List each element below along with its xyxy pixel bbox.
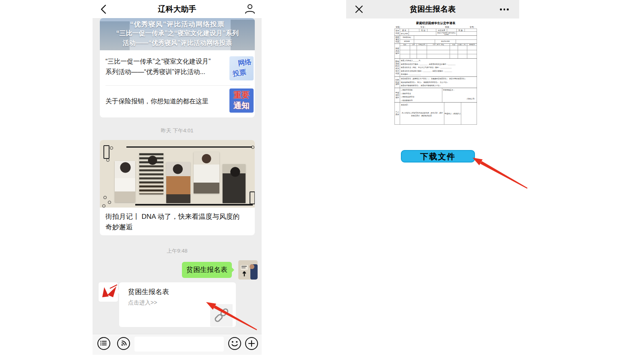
collage-deco-dot bbox=[103, 196, 107, 199]
economy-line: 家庭人均年收入______元。 bbox=[401, 59, 476, 63]
form-blank-cell bbox=[400, 46, 410, 50]
form-label: 出生年月 bbox=[436, 29, 447, 32]
user-avatar[interactable] bbox=[238, 260, 258, 280]
special-lines: 脱贫家庭学生（原建档立卡户学生）□ 边缘易致贫家庭学生□ 脱贫不稳定家庭学生□ … bbox=[400, 76, 477, 88]
economy-line: 家庭成员失去劳动能力情况：________，家庭欠债情况：________ bbox=[401, 69, 476, 73]
form-blank-cell bbox=[458, 54, 467, 59]
field-college: 学院： bbox=[396, 25, 402, 29]
form-label: 姓 名 bbox=[400, 29, 409, 32]
field-class: 班级： bbox=[445, 25, 451, 29]
thumb-vote-text1: 网络 bbox=[237, 57, 252, 68]
outgoing-message-bubble[interactable]: 贫困生报名表 bbox=[182, 262, 232, 278]
member-col: 年收入（元） bbox=[458, 43, 467, 46]
form-pledge-section: 个人承诺 承诺内容： 本人承诺以上所填写的内容真实有效，如有虚假，愿承担相应责任… bbox=[394, 103, 477, 125]
article-2-thumbnail: 重要 通知 bbox=[229, 88, 254, 113]
article-row-2[interactable]: 关于保险报销，你想知道的都在这里 重要 通知 bbox=[100, 86, 255, 117]
apply-item: □ 国家励志奖学金 bbox=[401, 95, 441, 99]
street-photo-4 bbox=[194, 152, 219, 193]
form-blank-cell bbox=[414, 35, 477, 39]
form-blank-cell bbox=[458, 46, 467, 50]
form-blank-cell bbox=[410, 46, 417, 50]
collage-title-line2: 奇妙邂逅 bbox=[105, 223, 133, 231]
menu-list-icon[interactable] bbox=[97, 337, 111, 350]
form-blank-cell bbox=[457, 32, 477, 36]
form-special-section: 特殊群体类型 脱贫家庭学生（原建档立卡户学生）□ 边缘易致贫家庭学生□ 脱贫不稳… bbox=[394, 76, 477, 88]
form-blank-cell bbox=[447, 29, 457, 32]
section-label: 特殊群体类型 bbox=[394, 76, 400, 88]
left-chat-header: 辽科大助手 bbox=[93, 0, 262, 18]
more-options-icon[interactable] bbox=[500, 8, 512, 10]
message-text-input[interactable] bbox=[134, 337, 224, 352]
form-blank-cell bbox=[414, 39, 435, 43]
form-label: 邮政编码 bbox=[400, 39, 414, 43]
form-blank-cell bbox=[427, 50, 450, 54]
form-label: 身份证号码 bbox=[400, 32, 409, 36]
form-blank-cell bbox=[467, 54, 477, 59]
collage-article-card[interactable]: 街拍月记丨 DNA 动了，快来看温度与风度的 奇妙邂逅 bbox=[100, 140, 255, 235]
collage-article-title: 街拍月记丨 DNA 动了，快来看温度与风度的 奇妙邂逅 bbox=[105, 212, 249, 232]
collage-deco-dot bbox=[106, 158, 109, 162]
thumb-notice-text2: 通知 bbox=[229, 100, 254, 111]
form-label: 民 族 bbox=[457, 29, 465, 32]
download-file-button[interactable]: 下载文件 bbox=[401, 150, 475, 162]
chat-title: 辽科大助手 bbox=[93, 0, 262, 18]
form-economy-section: 影响家庭经济状况有关信息 家庭人均年收入______元。 家庭遭受自然灾害情况：… bbox=[394, 58, 477, 77]
article-2-title: 关于保险报销，你想知道的都在这里 bbox=[105, 96, 208, 107]
plus-add-icon[interactable] bbox=[245, 337, 258, 350]
hero-title-line3: 活动——“优秀寝风”评比活动网络投票 bbox=[100, 39, 255, 47]
collage-deco-rect-left bbox=[103, 145, 109, 159]
form-label: 性 别 bbox=[419, 29, 427, 32]
collage-deco-dot bbox=[110, 146, 113, 150]
special-line: 脱贫家庭学生（原建档立卡户学生）□ 边缘易致贫家庭学生□ 脱贫不稳定家庭学生□ bbox=[401, 77, 476, 81]
hero-article-image[interactable]: “优秀寝风”评比活动网络投票 “三比一促一传承”之“寝室文化建设月”系列 活动—… bbox=[100, 18, 255, 50]
voice-input-icon[interactable] bbox=[117, 337, 130, 350]
form-blank-cell bbox=[417, 46, 427, 50]
collage-frame-line-bottom bbox=[135, 204, 253, 206]
apply-items: □ 国家助学贷款 □ 国家助学金 □ 国家励志奖学金 □ 校内困难补助 bbox=[400, 88, 442, 103]
collage-frame-line-top bbox=[126, 146, 252, 148]
section-label: 个人承诺 bbox=[394, 103, 400, 125]
form-blank-cell bbox=[464, 29, 477, 32]
special-line: 城乡低保家庭学生□ 孤儿□ 特困救助供养学生□ 烈士子女□ bbox=[401, 80, 476, 84]
form-blank-cell bbox=[400, 54, 410, 59]
section-label: 基本信息 bbox=[394, 29, 400, 35]
link-card-title: 贫困生报名表 bbox=[128, 287, 169, 296]
emoji-smiley-icon[interactable] bbox=[228, 337, 242, 350]
member-col: 与学生关系 bbox=[417, 43, 427, 46]
apply-item: □ 校内困难补助 bbox=[401, 99, 441, 102]
chain-link-icon bbox=[210, 304, 233, 327]
form-blank-cell bbox=[417, 50, 427, 54]
form-blank-cell bbox=[461, 103, 477, 125]
collage-deco-rect-right bbox=[250, 191, 255, 204]
chat-input-toolbar bbox=[93, 334, 262, 355]
form-blank-cell bbox=[450, 50, 458, 54]
economy-line: 家庭成员失业（地区、单位不景气停产停业）情况：____________ bbox=[401, 66, 476, 70]
article-row-1[interactable]: “三比一促一传承”之“寝室文化建设月” 系列活动——“优秀寝训”评比活动... … bbox=[100, 50, 255, 85]
profile-person-icon[interactable] bbox=[243, 2, 257, 16]
form-blank-cell bbox=[410, 50, 417, 54]
bubble-tail bbox=[231, 267, 234, 273]
incoming-link-card[interactable]: 贫困生报名表 点击进入>> bbox=[119, 282, 236, 327]
download-page-header: 贫困生报名表 bbox=[346, 0, 519, 19]
form-label: 家庭办理低保部门发放低保证件号码 bbox=[436, 32, 457, 36]
outgoing-message-text: 贫困生报名表 bbox=[182, 262, 232, 278]
red-logo-icon bbox=[99, 282, 118, 302]
section-label: 家庭通讯信息 bbox=[394, 35, 400, 43]
form-apply-section: 申请资助项目 □ 国家助学贷款 □ 国家助学金 □ 国家励志奖学金 □ 校内困难… bbox=[394, 88, 477, 103]
form-blank-cell bbox=[450, 46, 458, 50]
article-card: “优秀寝风”评比活动网络投票 “三比一促一传承”之“寝室文化建设月”系列 活动—… bbox=[100, 18, 255, 117]
pledge-head: 承诺内容： bbox=[401, 103, 443, 107]
section-label: 影响家庭经济状况有关信息 bbox=[394, 58, 400, 76]
screenshot-canvas: 辽科大助手 “优秀寝风”评比活动网络投票 “三比一促一传承”之“寝室文化建设月”… bbox=[0, 0, 644, 362]
annotation-arrow-download-button bbox=[473, 158, 528, 189]
official-account-avatar[interactable] bbox=[99, 282, 118, 302]
form-blank-cell bbox=[458, 50, 467, 54]
form-blank-cell bbox=[456, 39, 477, 43]
timestamp-morning: 上午9:48 bbox=[93, 247, 262, 255]
street-photo-1 bbox=[115, 161, 135, 202]
section-label: 家庭成员情况 bbox=[394, 43, 400, 58]
form-blank-cell bbox=[467, 50, 477, 54]
form-label: 详细通讯地址 bbox=[400, 35, 414, 39]
form-blank-cell bbox=[427, 29, 436, 32]
form-blank-cell bbox=[427, 54, 450, 59]
